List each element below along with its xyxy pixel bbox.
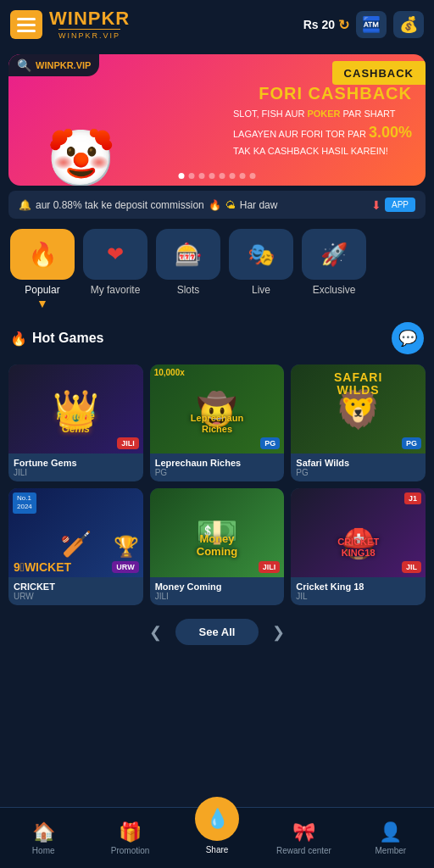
nav-reward[interactable]: 🎀 Reward center bbox=[260, 816, 347, 860]
slots-icon-wrap: 🎰 bbox=[156, 229, 220, 280]
popular-label: Popular bbox=[25, 284, 59, 296]
banner-dots bbox=[179, 173, 256, 179]
nav-promotion[interactable]: 🎁 Promotion bbox=[86, 816, 173, 860]
promo-banner[interactable]: 🔍 WINPKR.VIP CASHBACK 🤡 FORI CASHBACK SL… bbox=[8, 54, 426, 186]
banner-title: FORI CASHBACK bbox=[233, 84, 412, 103]
cricket-art: 🏏 bbox=[60, 529, 92, 559]
search-icon: 🔍 bbox=[17, 58, 31, 72]
game-card-leprechaun[interactable]: 🤠 10,000x LeprechaunRiches PG Leprechaun… bbox=[150, 364, 285, 481]
leprechaun-badge: PG bbox=[260, 437, 280, 449]
dot-8 bbox=[250, 173, 256, 179]
cashback-label: CASHBACK bbox=[344, 67, 414, 80]
money-info: Money Coming JILI bbox=[150, 577, 285, 605]
game-card-safari[interactable]: 🦁 SAFARIWILDS PG Safari Wilds PG bbox=[291, 364, 426, 481]
money-badge: JILI bbox=[259, 561, 281, 573]
fortune-gems-thumb: 👑 FortuneGems JILI bbox=[8, 364, 143, 453]
logo: WINPKR WINPKR.VIP bbox=[49, 9, 130, 40]
reward-label: Reward center bbox=[276, 846, 331, 855]
member-icon: 👤 bbox=[379, 821, 402, 843]
live-label: Live bbox=[252, 284, 270, 296]
prev-arrow[interactable]: ❮ bbox=[149, 623, 162, 642]
nav-share[interactable]: 💧 Share bbox=[174, 809, 260, 860]
heart-icon: ❤ bbox=[107, 242, 124, 266]
fortune-gems-provider: JILI bbox=[14, 468, 138, 477]
game-card-fortune-gems[interactable]: 👑 FortuneGems JILI Fortune Gems JILI bbox=[8, 364, 143, 481]
cricket-name: CRICKET bbox=[14, 581, 138, 592]
money-title: MoneyComing bbox=[157, 532, 278, 559]
cricket18-provider: JIL bbox=[296, 592, 420, 601]
cricket-badge: URW bbox=[112, 561, 138, 573]
see-all-bar: ❮ See All ❯ bbox=[0, 609, 434, 655]
category-exclusive[interactable]: 🚀 Exclusive bbox=[300, 229, 368, 310]
safari-name: Safari Wilds bbox=[296, 458, 420, 468]
gift-icon: 🎁 bbox=[119, 821, 142, 843]
hot-games-label: Hot Games bbox=[32, 331, 103, 346]
next-arrow[interactable]: ❯ bbox=[272, 623, 285, 642]
live-icon-wrap: 🎭 bbox=[229, 229, 293, 280]
leprechaun-title: LeprechaunRiches bbox=[157, 413, 278, 435]
reward-icon: 🎀 bbox=[292, 821, 315, 843]
cricket18-thumb: ⛑️ J1 CRICKETKING18 JIL bbox=[291, 488, 426, 577]
favorite-icon-wrap: ❤ bbox=[83, 229, 147, 280]
logo-sub: WINPKR.VIP bbox=[58, 29, 120, 40]
dot-4 bbox=[209, 173, 215, 179]
category-live[interactable]: 🎭 Live bbox=[227, 229, 295, 310]
safari-badge: PG bbox=[402, 437, 421, 449]
leprechaun-provider: PG bbox=[155, 468, 280, 477]
cricket-info: CRICKET URW bbox=[8, 577, 143, 605]
dot-7 bbox=[240, 173, 246, 179]
fortune-gems-title: FortuneGems bbox=[15, 410, 136, 435]
member-label: Member bbox=[375, 846, 406, 855]
category-favorite[interactable]: ❤ My favorite bbox=[81, 229, 149, 310]
refresh-icon[interactable]: ↻ bbox=[338, 17, 349, 33]
app-download-button[interactable]: APP bbox=[385, 198, 415, 212]
home-icon: 🏠 bbox=[32, 821, 55, 843]
ticker-text: 🔔 aur 0.88% tak ke deposit commission 🔥 … bbox=[19, 199, 277, 211]
active-arrow: ▼ bbox=[36, 297, 48, 310]
cricket18-title: CRICKETKING18 bbox=[298, 537, 419, 559]
wallet-icon: 🏧 bbox=[362, 15, 381, 34]
hot-games-header: 🔥 Hot Games 💬 bbox=[0, 315, 434, 361]
dot-3 bbox=[199, 173, 205, 179]
banner-badge: 🔍 WINPKR.VIP bbox=[8, 54, 99, 76]
game-card-cricket[interactable]: 🏏 No.12024 🏆 9⃣WICKET URW CRICKET URW bbox=[8, 488, 143, 605]
game-card-cricket18[interactable]: ⛑️ J1 CRICKETKING18 JIL Cricket King 18 … bbox=[291, 488, 426, 605]
nav-member[interactable]: 👤 Member bbox=[348, 816, 434, 860]
share-button[interactable]: 💧 bbox=[195, 797, 239, 841]
banner-description: SLOT, FISH AUR POKER PAR SHART LAGAYEN A… bbox=[233, 107, 412, 158]
safari-thumb: 🦁 SAFARIWILDS PG bbox=[291, 364, 426, 453]
ticker-message: aur 0.88% tak ke deposit commission bbox=[36, 199, 204, 211]
cricket18-name: Cricket King 18 bbox=[296, 581, 420, 592]
category-popular[interactable]: 🔥 Popular ▼ bbox=[8, 229, 76, 310]
game-card-money-coming[interactable]: 💵 MoneyComing JILI Money Coming JILI bbox=[150, 488, 285, 605]
safari-provider: PG bbox=[296, 468, 420, 477]
banner-percentage: 3.00% bbox=[369, 124, 412, 141]
wallet-button[interactable]: 🏧 bbox=[356, 11, 387, 38]
leprechaun-thumb: 🤠 10,000x LeprechaunRiches PG bbox=[150, 364, 285, 453]
nav-home[interactable]: 🏠 Home bbox=[0, 816, 86, 860]
logo-text: WINPKR bbox=[49, 9, 130, 28]
category-nav: 🔥 Popular ▼ ❤ My favorite 🎰 Slots 🎭 Live… bbox=[0, 219, 434, 315]
download-arrow-icon: ⬇ bbox=[371, 198, 381, 212]
leprechaun-multiplier: 10,000x bbox=[154, 368, 185, 377]
support-button[interactable]: 💬 bbox=[392, 322, 424, 354]
see-all-button[interactable]: See All bbox=[175, 619, 259, 645]
banner-badge-text: WINPKR.VIP bbox=[36, 60, 91, 70]
slots-icon: 🎰 bbox=[175, 242, 202, 268]
category-slots[interactable]: 🎰 Slots bbox=[154, 229, 222, 310]
bell-icon: 🔔 bbox=[19, 199, 31, 211]
sun-icon: 🌤 bbox=[225, 199, 236, 211]
balance-amount: Rs 20 bbox=[303, 18, 335, 31]
exclusive-label: Exclusive bbox=[313, 284, 356, 296]
menu-button[interactable] bbox=[10, 10, 42, 39]
ticker-suffix: Har daw bbox=[240, 199, 278, 211]
banner-desc-line2: PAR SHART bbox=[341, 108, 396, 119]
app-label: APP bbox=[392, 200, 409, 209]
live-icon: 🎭 bbox=[248, 242, 275, 268]
share-icon: 💧 bbox=[206, 808, 229, 830]
popular-icon-wrap: 🔥 bbox=[10, 229, 75, 280]
fortune-gems-info: Fortune Gems JILI bbox=[8, 453, 143, 481]
header-left: WINPKR WINPKR.VIP bbox=[10, 9, 130, 40]
money-provider: JILI bbox=[155, 592, 280, 601]
deposit-button[interactable]: 💰 bbox=[393, 11, 424, 38]
